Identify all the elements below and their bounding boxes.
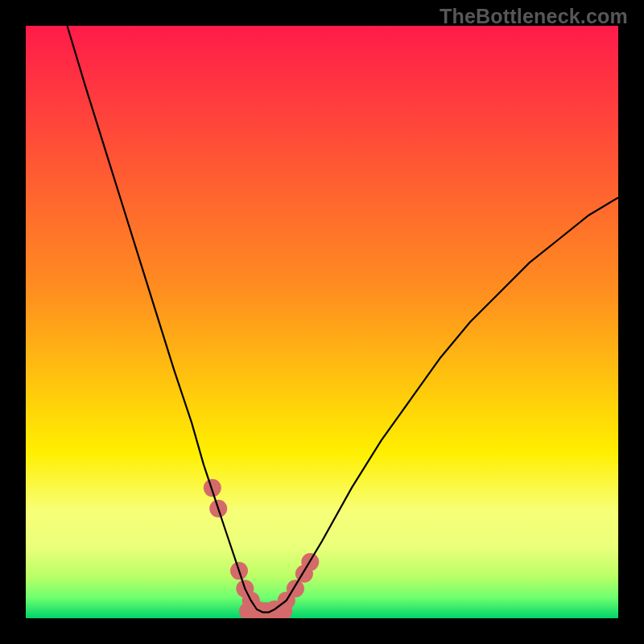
highlight-dot xyxy=(204,479,221,497)
gradient-background xyxy=(26,26,618,618)
bottleneck-chart-svg xyxy=(26,26,618,618)
watermark-label: TheBottleneck.com xyxy=(440,5,628,28)
plot-area xyxy=(26,26,618,618)
chart-frame: TheBottleneck.com xyxy=(0,0,644,644)
